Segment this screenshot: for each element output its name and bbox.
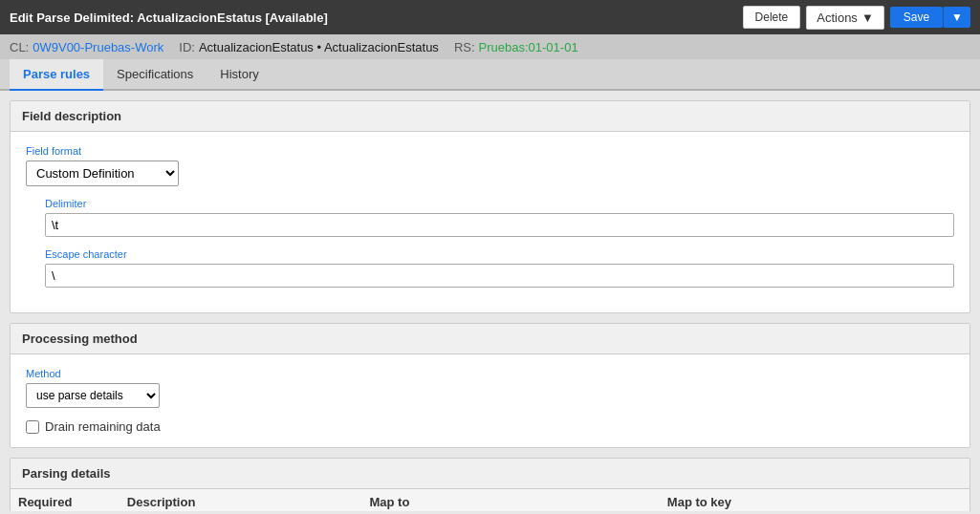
delete-button[interactable]: Delete bbox=[743, 6, 801, 29]
page-title: Edit Parse Delimited: ActualizacionEstat… bbox=[10, 11, 328, 25]
field-format-label: Field format bbox=[26, 145, 954, 157]
col-required: Required bbox=[11, 489, 120, 511]
save-group: Save ▼ bbox=[890, 7, 970, 28]
processing-method-header: Processing method bbox=[11, 324, 969, 354]
table-header-row: Required Description Map to Map to key bbox=[11, 489, 969, 511]
delimiter-label: Delimiter bbox=[45, 198, 954, 209]
save-dropdown-button[interactable]: ▼ bbox=[943, 7, 970, 28]
actions-label: Actions bbox=[817, 11, 858, 25]
field-format-group: Field format Custom Definition Fixed Wid… bbox=[26, 145, 954, 186]
col-map-to-key: Map to key bbox=[660, 489, 969, 511]
processing-method-section: Processing method Method use parse detai… bbox=[10, 323, 970, 448]
parsing-details-section: Parsing details Required Description Map… bbox=[10, 458, 970, 511]
tab-history[interactable]: History bbox=[207, 59, 272, 91]
save-button[interactable]: Save bbox=[890, 7, 943, 28]
delimiter-escape-group: Delimiter Escape character bbox=[26, 198, 954, 288]
rs-label: RS: bbox=[454, 40, 475, 54]
rs-item: RS: Pruebas:01-01-01 bbox=[454, 40, 578, 54]
processing-method-body: Method use parse details custom method D… bbox=[11, 354, 969, 447]
drain-row: Drain remaining data bbox=[26, 419, 954, 434]
delimiter-input[interactable] bbox=[45, 213, 954, 237]
parsing-details-body: Required Description Map to Map to key C… bbox=[11, 489, 969, 511]
field-format-select[interactable]: Custom Definition Fixed Width CSV XML JS… bbox=[26, 161, 179, 186]
method-label: Method bbox=[26, 368, 954, 379]
escape-group: Escape character bbox=[45, 248, 954, 288]
method-group: Method use parse details custom method bbox=[26, 368, 954, 408]
rs-value: Pruebas:01-01-01 bbox=[479, 40, 578, 54]
main-content: Field description Field format Custom De… bbox=[0, 91, 980, 511]
cl-value: 0W9V00-Pruebas-Work bbox=[33, 40, 163, 54]
id-item: ID: ActualizacionEstatus • Actualizacion… bbox=[179, 40, 439, 54]
escape-input[interactable] bbox=[45, 264, 954, 288]
tab-specifications[interactable]: Specifications bbox=[103, 59, 207, 91]
delimiter-group: Delimiter bbox=[45, 198, 954, 237]
drain-checkbox[interactable] bbox=[26, 420, 39, 434]
col-map-to: Map to bbox=[361, 489, 659, 511]
cl-label: CL: bbox=[10, 40, 29, 54]
cl-item: CL: 0W9V00-Pruebas-Work bbox=[10, 40, 163, 54]
drain-label: Drain remaining data bbox=[45, 419, 161, 434]
tab-parse-rules[interactable]: Parse rules bbox=[10, 59, 103, 91]
actions-button[interactable]: Actions ▼ bbox=[806, 6, 884, 30]
parsing-details-header: Parsing details bbox=[11, 459, 969, 489]
top-bar-actions: Delete Actions ▼ Save ▼ bbox=[743, 6, 970, 30]
top-bar: Edit Parse Delimited: ActualizacionEstat… bbox=[0, 0, 980, 34]
actions-chevron-icon: ▼ bbox=[861, 11, 874, 25]
sub-bar: CL: 0W9V00-Pruebas-Work ID: Actualizacio… bbox=[0, 34, 980, 59]
id-label: ID: bbox=[179, 40, 195, 54]
method-select[interactable]: use parse details custom method bbox=[26, 383, 160, 408]
field-description-body: Field format Custom Definition Fixed Wid… bbox=[11, 132, 969, 312]
field-description-header: Field description bbox=[11, 101, 969, 132]
field-description-section: Field description Field format Custom De… bbox=[10, 100, 970, 313]
id-value: ActualizacionEstatus • ActualizacionEsta… bbox=[199, 40, 439, 54]
tabs-bar: Parse rules Specifications History bbox=[0, 59, 980, 91]
parse-table: Required Description Map to Map to key C… bbox=[11, 489, 969, 511]
escape-label: Escape character bbox=[45, 248, 954, 260]
col-description: Description bbox=[120, 489, 362, 511]
